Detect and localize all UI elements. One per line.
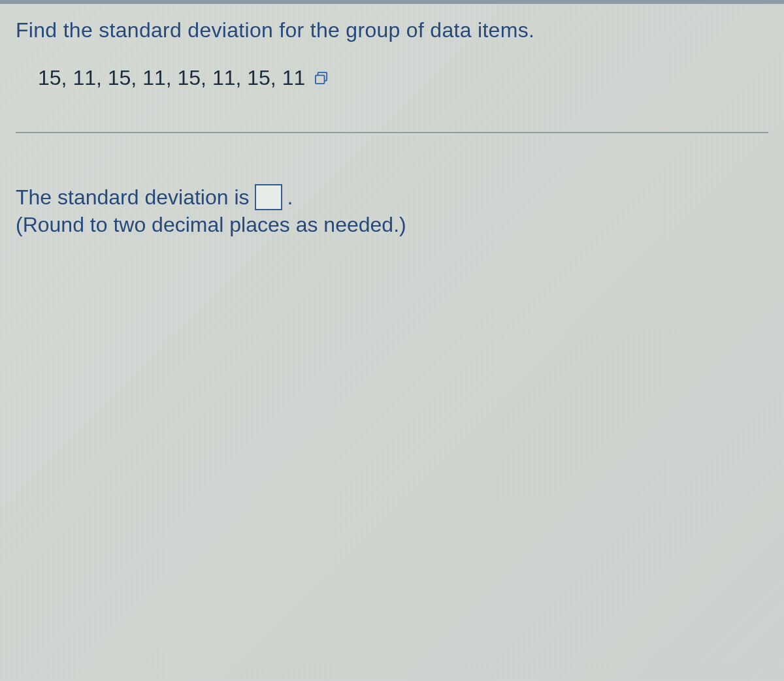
standard-deviation-input[interactable]	[255, 184, 282, 210]
rounding-hint: (Round to two decimal places as needed.)	[16, 213, 768, 237]
answer-lead-text: The standard deviation is	[16, 185, 250, 210]
copy-data-icon[interactable]	[314, 72, 329, 85]
question-prompt: Find the standard deviation for the grou…	[16, 18, 768, 42]
svg-rect-1	[316, 75, 325, 84]
answer-block: The standard deviation is . (Round to tw…	[16, 184, 768, 237]
data-items: 15, 11, 15, 11, 15, 11, 15, 11	[38, 66, 305, 90]
answer-line: The standard deviation is .	[16, 184, 768, 210]
data-items-line: 15, 11, 15, 11, 15, 11, 15, 11	[38, 66, 768, 90]
divider	[16, 132, 768, 133]
question-panel: Find the standard deviation for the grou…	[0, 4, 784, 237]
answer-trail-text: .	[287, 185, 293, 210]
